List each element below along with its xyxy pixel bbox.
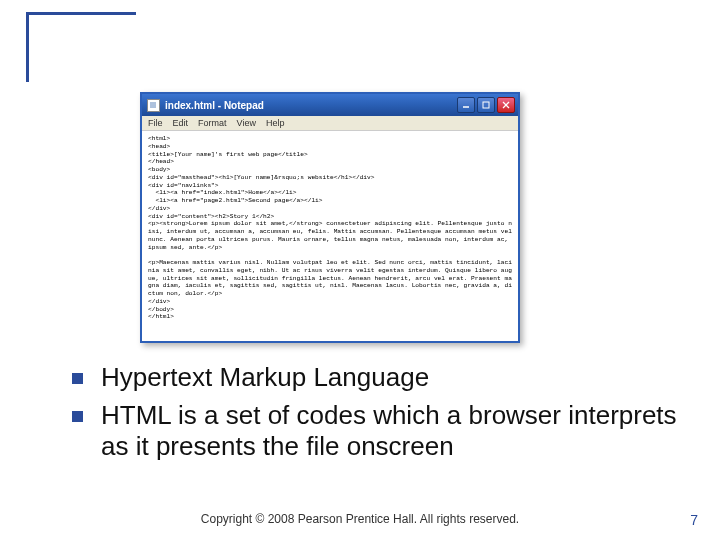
titlebar: index.html - Notepad xyxy=(142,94,518,116)
slide-corner-accent xyxy=(26,12,136,82)
window-title: index.html - Notepad xyxy=(165,100,457,111)
bullet-icon xyxy=(72,373,83,384)
menu-view[interactable]: View xyxy=(237,118,256,128)
menu-format[interactable]: Format xyxy=(198,118,227,128)
maximize-button[interactable] xyxy=(477,97,495,113)
page-number: 7 xyxy=(690,512,698,528)
notepad-text-area[interactable]: <html> <head> <title>[Your name]'s first… xyxy=(142,131,518,341)
menu-help[interactable]: Help xyxy=(266,118,285,128)
list-item: Hypertext Markup Language xyxy=(72,362,690,394)
menu-edit[interactable]: Edit xyxy=(173,118,189,128)
svg-rect-5 xyxy=(483,102,489,108)
close-button[interactable] xyxy=(497,97,515,113)
svg-rect-0 xyxy=(149,101,158,110)
menubar: File Edit Format View Help xyxy=(142,116,518,131)
copyright-footer: Copyright © 2008 Pearson Prentice Hall. … xyxy=(0,512,720,526)
bullet-text: HTML is a set of codes which a browser i… xyxy=(101,400,690,463)
menu-file[interactable]: File xyxy=(148,118,163,128)
bullet-list: Hypertext Markup Language HTML is a set … xyxy=(72,362,690,469)
list-item: HTML is a set of codes which a browser i… xyxy=(72,400,690,463)
bullet-icon xyxy=(72,411,83,422)
bullet-text: Hypertext Markup Language xyxy=(101,362,429,394)
notepad-app-icon xyxy=(147,99,160,112)
window-controls xyxy=(457,97,515,113)
notepad-window: index.html - Notepad File Edit Format Vi… xyxy=(140,92,520,343)
minimize-button[interactable] xyxy=(457,97,475,113)
